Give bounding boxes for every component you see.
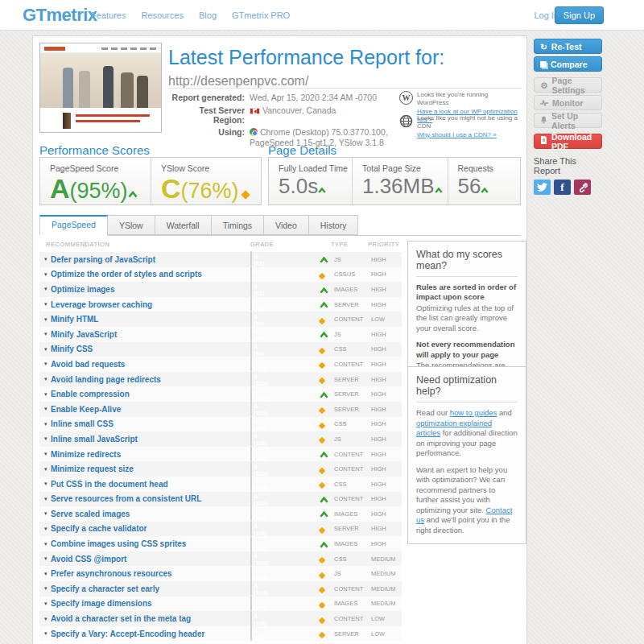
tab-yslow[interactable]: YSlow <box>108 215 155 235</box>
expand-arrow-icon[interactable]: ▾ <box>39 406 51 412</box>
tab-waterfall[interactable]: Waterfall <box>155 215 212 235</box>
recommendation-link[interactable]: Enable Keep-Alive <box>51 405 250 414</box>
trend-flat-icon <box>319 617 325 623</box>
recommendation-link[interactable]: Minimize request size <box>51 464 250 473</box>
grade-bar: A (100) <box>250 580 252 596</box>
expand-arrow-icon[interactable]: ▾ <box>39 481 51 487</box>
grade-bar: A (100) <box>250 506 252 521</box>
recommendation-link[interactable]: Minify JavaScript <box>51 330 250 339</box>
expand-arrow-icon[interactable]: ▾ <box>39 316 51 323</box>
table-row: ▾Serve resources from a consistent URLA … <box>39 492 402 507</box>
expand-arrow-icon[interactable]: ▾ <box>39 510 51 517</box>
yslow-grade: C <box>161 173 181 204</box>
recommendation-link[interactable]: Inline small CSS <box>51 419 250 428</box>
recommendation-link[interactable]: Enable compression <box>51 390 250 398</box>
expand-arrow-icon[interactable]: ▾ <box>39 616 51 622</box>
nav-blog[interactable]: Blog <box>199 10 217 20</box>
expand-arrow-icon[interactable]: ▾ <box>39 601 51 607</box>
facebook-icon[interactable]: f <box>554 180 571 195</box>
recommendation-link[interactable]: Minimize redirects <box>51 450 250 459</box>
tab-video[interactable]: Video <box>264 215 309 235</box>
type-cell: IMAGES <box>334 286 371 293</box>
gtmetrix-report-page: GTmetrix Features Resources Blog GTmetri… <box>0 0 644 644</box>
chrome-icon <box>250 128 258 136</box>
recommendation-link[interactable]: Specify a Vary: Accept-Encoding header <box>51 630 250 638</box>
recommendation-link[interactable]: Prefer asynchronous resources <box>51 569 250 578</box>
page-settings-button[interactable]: ⚙Page Settings <box>534 77 602 93</box>
recommendation-link[interactable]: Combine images using CSS sprites <box>51 539 250 548</box>
expand-arrow-icon[interactable]: ▾ <box>39 526 51 532</box>
monitor-button[interactable]: Monitor <box>534 95 602 110</box>
pulse-icon <box>540 98 548 108</box>
grade-bar: A (100) <box>250 625 252 641</box>
download-pdf-button[interactable]: Download PDF <box>534 134 602 149</box>
expand-arrow-icon[interactable]: ▾ <box>39 436 51 442</box>
recommendation-link[interactable]: Specify image dimensions <box>51 599 250 608</box>
thumbnail-navbar <box>40 43 161 53</box>
type-cell: SERVER <box>334 301 371 308</box>
cdn-link[interactable]: Why should I use a CDN? » <box>417 131 497 138</box>
wordpress-icon: W <box>399 91 413 105</box>
share-icons: f <box>534 180 602 195</box>
recommendation-link[interactable]: Minify CSS <box>51 345 250 353</box>
expand-arrow-icon[interactable]: ▾ <box>39 346 51 353</box>
expand-arrow-icon[interactable]: ▾ <box>39 286 51 292</box>
share-link-icon[interactable] <box>574 180 591 195</box>
trend-flat-icon <box>319 273 325 279</box>
expand-arrow-icon[interactable]: ▾ <box>39 391 51 398</box>
expand-arrow-icon[interactable]: ▾ <box>39 376 51 382</box>
expand-arrow-icon[interactable]: ▾ <box>39 496 51 502</box>
expand-arrow-icon[interactable]: ▾ <box>39 271 51 278</box>
expand-arrow-icon[interactable]: ▾ <box>39 256 51 262</box>
recommendation-link[interactable]: Defer parsing of JavaScript <box>51 255 250 264</box>
expand-arrow-icon[interactable]: ▾ <box>39 361 51 367</box>
recommendation-link[interactable]: Avoid bad requests <box>51 360 250 369</box>
priority-cell: HIGH <box>371 525 405 532</box>
recommendation-link[interactable]: Serve scaled images <box>51 510 250 518</box>
priority-cell: HIGH <box>371 301 405 308</box>
grade-bar: A (100) <box>250 566 252 581</box>
expand-arrow-icon[interactable]: ▾ <box>39 571 51 577</box>
expand-arrow-icon[interactable]: ▾ <box>39 451 51 457</box>
compare-button[interactable]: Compare <box>534 56 602 72</box>
recommendation-link[interactable]: Specify a cache validator <box>51 524 250 533</box>
type-cell: CSS <box>334 420 371 427</box>
expand-arrow-icon[interactable]: ▾ <box>39 555 51 562</box>
recommendation-link[interactable]: Avoid a character set in the meta tag <box>51 614 250 623</box>
expand-arrow-icon[interactable]: ▾ <box>39 421 51 427</box>
recommendation-link[interactable]: Avoid CSS @import <box>51 555 250 564</box>
recommendation-link[interactable]: Optimize the order of styles and scripts <box>51 270 250 279</box>
gtmetrix-logo[interactable]: GTmetrix <box>23 5 97 26</box>
pagespeed-value: (95%) <box>70 179 128 203</box>
twitter-icon[interactable] <box>534 180 551 195</box>
signup-button[interactable]: Sign Up <box>555 6 604 24</box>
retest-button[interactable]: ↻Re-Test <box>534 39 602 54</box>
nav-resources[interactable]: Resources <box>141 10 184 20</box>
tab-history[interactable]: History <box>309 215 359 235</box>
recommendation-link[interactable]: Minify HTML <box>51 315 250 324</box>
grade-bar: A (99) <box>250 341 252 357</box>
tab-timings[interactable]: Timings <box>212 215 264 235</box>
trend-up-icon <box>318 174 326 199</box>
recommendation-link[interactable]: Put CSS in the document head <box>51 480 250 489</box>
recommendation-link[interactable]: Specify a character set early <box>51 584 250 593</box>
recommendation-link[interactable]: Inline small JavaScript <box>51 435 250 444</box>
expand-arrow-icon[interactable]: ▾ <box>39 585 51 592</box>
tab-pagespeed[interactable]: PageSpeed <box>39 215 108 236</box>
trend-up-icon <box>320 537 328 551</box>
expand-arrow-icon[interactable]: ▾ <box>39 331 51 337</box>
recommendation-link[interactable]: Serve resources from a consistent URL <box>51 494 250 503</box>
how-to-guides-link[interactable]: how to guides <box>450 408 497 417</box>
nav-gtmetrix-pro[interactable]: GTmetrix PRO <box>232 10 290 20</box>
recommendation-link[interactable]: Leverage browser caching <box>51 300 250 309</box>
recommendation-link[interactable]: Avoid landing page redirects <box>51 375 250 384</box>
expand-arrow-icon[interactable]: ▾ <box>39 466 51 473</box>
nav-features[interactable]: Features <box>91 10 126 20</box>
type-cell: CONTENT <box>334 465 371 473</box>
expand-arrow-icon[interactable]: ▾ <box>39 630 51 637</box>
site-thumbnail[interactable] <box>39 43 162 133</box>
alerts-button[interactable]: Set Up Alerts <box>534 113 602 128</box>
expand-arrow-icon[interactable]: ▾ <box>39 301 51 308</box>
expand-arrow-icon[interactable]: ▾ <box>39 541 51 547</box>
recommendation-link[interactable]: Optimize images <box>51 285 250 294</box>
